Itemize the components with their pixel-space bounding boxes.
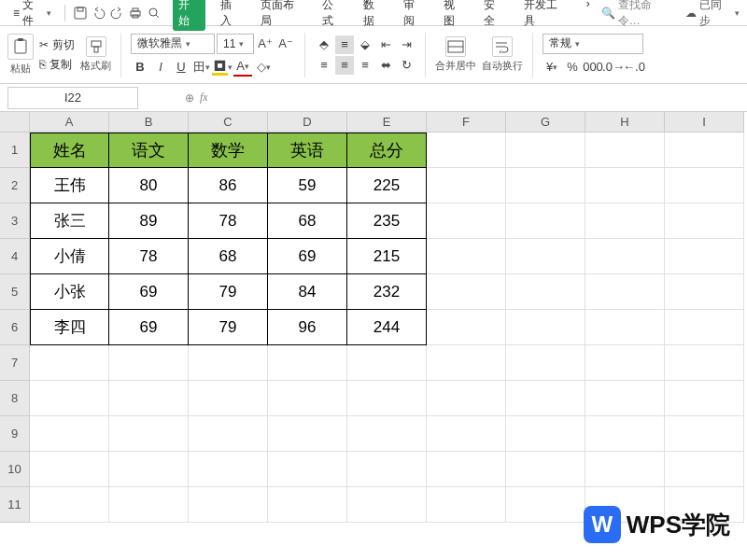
distribute-icon[interactable]: ⬌ <box>376 56 395 75</box>
format-painter-button[interactable]: 格式刷 <box>80 36 111 73</box>
cell[interactable]: 李四 <box>30 310 109 345</box>
cell[interactable]: 数学 <box>189 133 268 168</box>
font-name-select[interactable]: 微软雅黑▾ <box>131 34 215 54</box>
cell[interactable] <box>30 452 109 487</box>
indent-decrease-icon[interactable]: ⇤ <box>376 35 395 54</box>
number-format-select[interactable]: 常规▾ <box>543 34 643 54</box>
cell[interactable] <box>585 239 665 274</box>
column-header[interactable]: I <box>665 112 744 133</box>
cell[interactable] <box>665 168 744 203</box>
decrease-font-icon[interactable]: A⁻ <box>276 35 295 53</box>
cell[interactable] <box>268 416 347 452</box>
cell[interactable]: 96 <box>268 310 347 345</box>
cell[interactable] <box>585 381 665 416</box>
tab-page-layout[interactable]: 页面布局 <box>257 0 307 31</box>
cell[interactable] <box>347 487 427 523</box>
cell[interactable] <box>427 381 506 416</box>
cell[interactable] <box>506 203 585 239</box>
file-menu[interactable]: ≡ 文件 ▾ <box>7 0 57 31</box>
orientation-icon[interactable]: ↻ <box>397 56 416 75</box>
font-color-button[interactable]: A▾ <box>233 58 252 77</box>
cell[interactable] <box>427 452 506 487</box>
cell[interactable] <box>268 487 347 523</box>
cell[interactable] <box>347 416 427 452</box>
save-icon[interactable] <box>73 6 88 21</box>
currency-icon[interactable]: ¥▾ <box>543 58 561 77</box>
cell[interactable] <box>585 310 665 345</box>
cell[interactable] <box>665 133 744 168</box>
paste-group[interactable]: 粘贴 <box>7 34 34 76</box>
copy-button[interactable]: ⎘复制 <box>39 57 75 73</box>
column-header[interactable]: G <box>506 112 585 133</box>
font-size-select[interactable]: 11▾ <box>217 34 254 54</box>
tabs-more[interactable]: › <box>583 0 594 31</box>
tab-developer[interactable]: 开发工具 <box>520 0 571 31</box>
cell[interactable] <box>268 381 347 416</box>
cell[interactable] <box>665 416 744 452</box>
cell[interactable] <box>30 487 109 523</box>
cell[interactable] <box>109 487 189 523</box>
sync-status[interactable]: ☁ 已同步 ▾ <box>685 0 740 29</box>
align-bottom-icon[interactable]: ⬙ <box>356 35 374 54</box>
cell[interactable] <box>427 310 506 345</box>
cell[interactable]: 69 <box>109 274 189 310</box>
column-header[interactable]: E <box>347 112 427 133</box>
cell[interactable] <box>427 168 506 203</box>
cell[interactable] <box>30 381 109 416</box>
cell[interactable]: 68 <box>189 239 268 274</box>
wrap-text-button[interactable]: 自动换行 <box>482 36 523 73</box>
column-header[interactable]: C <box>189 112 268 133</box>
cell[interactable]: 68 <box>268 203 347 239</box>
cell[interactable]: 王伟 <box>30 168 109 203</box>
cell[interactable] <box>427 239 506 274</box>
cell[interactable]: 78 <box>189 203 268 239</box>
cut-button[interactable]: ✂剪切 <box>39 37 75 53</box>
row-header[interactable]: 6 <box>0 310 30 345</box>
cell[interactable] <box>347 345 427 381</box>
cell[interactable]: 小张 <box>30 274 109 310</box>
cell[interactable]: 语文 <box>109 133 189 168</box>
cell[interactable] <box>665 381 744 416</box>
cell[interactable] <box>427 345 506 381</box>
cell[interactable] <box>427 416 506 452</box>
cell[interactable] <box>109 452 189 487</box>
align-left-icon[interactable]: ≡ <box>315 56 333 75</box>
row-header[interactable]: 4 <box>0 239 30 274</box>
cell[interactable] <box>109 345 189 381</box>
tab-security[interactable]: 安全 <box>480 0 509 31</box>
cell[interactable]: 78 <box>109 239 189 274</box>
underline-button[interactable]: U <box>172 58 190 77</box>
cell[interactable]: 69 <box>109 310 189 345</box>
align-center-icon[interactable]: ≡ <box>335 56 354 75</box>
cell[interactable] <box>506 416 585 452</box>
undo-icon[interactable] <box>92 6 106 21</box>
row-header[interactable]: 5 <box>0 274 30 310</box>
cell[interactable]: 姓名 <box>30 133 109 168</box>
row-header[interactable]: 8 <box>0 381 30 416</box>
row-header[interactable]: 11 <box>0 487 30 523</box>
row-header[interactable]: 7 <box>0 345 30 381</box>
align-right-icon[interactable]: ≡ <box>356 56 374 75</box>
cell[interactable] <box>427 487 506 523</box>
cell[interactable] <box>506 345 585 381</box>
phonetic-button[interactable]: ◇▾ <box>254 58 273 77</box>
cell[interactable] <box>268 452 347 487</box>
cell[interactable] <box>506 274 585 310</box>
cell[interactable]: 80 <box>109 168 189 203</box>
cell[interactable] <box>427 133 506 168</box>
cell[interactable] <box>30 416 109 452</box>
cell[interactable] <box>506 487 585 523</box>
italic-button[interactable]: I <box>151 58 170 77</box>
bold-button[interactable]: B <box>131 58 149 77</box>
cell[interactable] <box>268 345 347 381</box>
row-header[interactable]: 3 <box>0 203 30 239</box>
decrease-decimal-icon[interactable]: ←.0 <box>625 58 643 77</box>
cell[interactable]: 小倩 <box>30 239 109 274</box>
cell[interactable]: 225 <box>347 168 427 203</box>
cell[interactable]: 69 <box>268 239 347 274</box>
cell[interactable]: 张三 <box>30 203 109 239</box>
row-header[interactable]: 1 <box>0 133 30 168</box>
cell[interactable] <box>665 452 744 487</box>
cell[interactable] <box>109 381 189 416</box>
fx-icon[interactable]: fx <box>200 91 208 105</box>
